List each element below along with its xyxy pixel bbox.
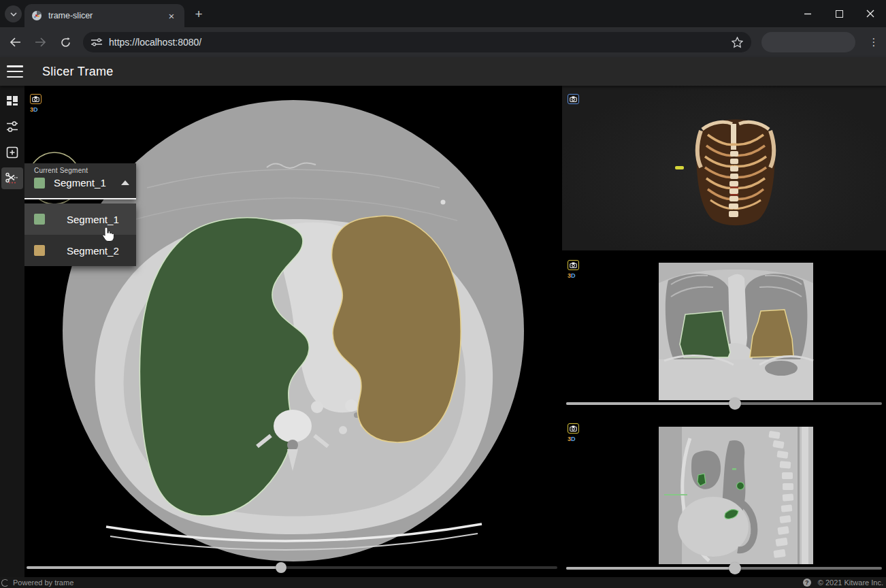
coronal-slice-slider[interactable] xyxy=(566,397,882,410)
volume-rendering-image xyxy=(562,86,886,250)
toggle-3d-button[interactable]: 3D xyxy=(568,273,576,279)
toggle-3d-button[interactable]: 3D xyxy=(568,436,576,442)
segment-1-swatch xyxy=(34,214,45,225)
screenshot-camera-button[interactable] xyxy=(568,423,579,434)
toggle-3d-button[interactable]: 3D xyxy=(30,107,38,113)
camera-icon xyxy=(570,96,577,102)
menu-item-segment-2[interactable]: Segment_2 xyxy=(24,235,136,266)
tool-rail xyxy=(0,86,24,577)
select-label: Current Segment xyxy=(34,167,131,174)
maximize-icon xyxy=(836,10,843,18)
slider-fill xyxy=(566,402,735,405)
tab-title: trame-slicer xyxy=(48,11,165,20)
volume-3d-view[interactable] xyxy=(562,86,886,250)
segment-2-swatch xyxy=(34,245,45,256)
tune-sliders-icon[interactable] xyxy=(1,116,23,137)
minimize-button[interactable] xyxy=(792,0,823,27)
window-controls xyxy=(792,0,886,27)
browser-window: trame-slicer × + xyxy=(0,0,886,588)
screenshot-camera-button[interactable] xyxy=(568,260,579,270)
camera-icon xyxy=(570,425,577,431)
segment-dropdown-menu: Segment_1 Segment_2 xyxy=(24,203,136,266)
forward-button[interactable] xyxy=(30,32,50,52)
sagittal-slice-view[interactable]: 3D xyxy=(562,421,886,577)
tab-close-button[interactable]: × xyxy=(165,10,178,22)
tab-strip: trame-slicer × + xyxy=(0,0,886,27)
axial-slice-view[interactable]: 3D Current Segment Segment_1 Segme xyxy=(24,86,559,577)
coronal-view-toolbar: 3D xyxy=(568,260,579,279)
app-content: 3D Current Segment Segment_1 Segme xyxy=(0,86,886,577)
profile-chip[interactable] xyxy=(761,32,855,52)
coronal-ct-image xyxy=(562,257,886,412)
reload-button[interactable] xyxy=(55,32,76,52)
site-settings-icon xyxy=(91,38,102,46)
url-bar[interactable]: https://localhost:8080/ xyxy=(83,32,751,52)
sagittal-ct-image xyxy=(562,421,886,577)
sagittal-segment-blob-1 xyxy=(698,474,706,486)
slider-fill xyxy=(27,566,281,569)
slider-thumb[interactable] xyxy=(276,562,286,573)
forward-arrow-icon xyxy=(35,37,46,47)
app-title: Slicer Trame xyxy=(42,65,114,79)
sagittal-segment-blob-2 xyxy=(737,483,744,490)
sagittal-slice-slider[interactable] xyxy=(566,562,882,574)
axial-view-toolbar: 3D xyxy=(30,94,42,113)
back-button[interactable] xyxy=(5,32,25,52)
menu-item-segment-1[interactable]: Segment_1 xyxy=(24,203,136,235)
close-window-button[interactable] xyxy=(855,0,886,27)
fiducial-marker xyxy=(675,166,684,169)
copyright-text: © 2021 Kitware Inc. xyxy=(818,578,883,587)
current-segment-select[interactable]: Current Segment Segment_1 xyxy=(24,163,136,199)
slicer-favicon xyxy=(31,10,42,21)
volume3d-view-toolbar xyxy=(568,94,579,104)
chevron-down-icon xyxy=(10,12,17,16)
back-arrow-icon xyxy=(10,37,21,47)
help-icon[interactable]: ? xyxy=(803,578,811,587)
chevron-up-icon[interactable] xyxy=(121,180,129,185)
screenshot-camera-button[interactable] xyxy=(30,94,42,104)
powered-by-text: Powered by trame xyxy=(13,578,73,587)
coronal-slice-view[interactable]: 3D xyxy=(562,257,886,412)
slider-thumb[interactable] xyxy=(729,397,741,410)
coronal-segment-1 xyxy=(680,311,730,357)
status-bar: Powered by trame ? © 2021 Kitware Inc. xyxy=(0,577,886,588)
screenshot-camera-button[interactable] xyxy=(568,94,579,104)
new-tab-button[interactable]: + xyxy=(192,7,206,21)
app-bar: Slicer Trame xyxy=(0,57,886,86)
camera-icon xyxy=(32,96,39,102)
browser-tab[interactable]: trame-slicer × xyxy=(24,4,184,27)
reload-icon xyxy=(61,37,71,48)
layout-grid-icon[interactable] xyxy=(1,90,23,112)
minimize-icon xyxy=(804,10,812,18)
axial-ct-image xyxy=(24,86,559,577)
browser-menu-button[interactable]: ⋮ xyxy=(866,34,882,50)
tab-search-button[interactable] xyxy=(5,5,22,22)
maximize-button[interactable] xyxy=(823,0,855,27)
selected-segment-value: Segment_1 xyxy=(54,177,121,189)
axial-slice-slider[interactable] xyxy=(27,561,557,574)
add-image-icon[interactable] xyxy=(1,142,23,163)
trame-logo-icon xyxy=(1,579,9,587)
sagittal-view-toolbar: 3D xyxy=(568,423,579,442)
slider-fill xyxy=(566,567,735,570)
url-text[interactable]: https://localhost:8080/ xyxy=(109,37,732,48)
segment-color-swatch xyxy=(34,178,45,189)
slider-thumb[interactable] xyxy=(729,562,741,574)
close-icon xyxy=(866,10,874,18)
mouse-cursor xyxy=(101,227,116,243)
camera-icon xyxy=(570,262,577,268)
hamburger-menu-button[interactable] xyxy=(7,65,23,78)
browser-toolbar: https://localhost:8080/ ⋮ xyxy=(0,27,886,57)
bookmark-star-icon[interactable] xyxy=(732,37,743,48)
scissors-segment-icon[interactable] xyxy=(1,167,23,189)
